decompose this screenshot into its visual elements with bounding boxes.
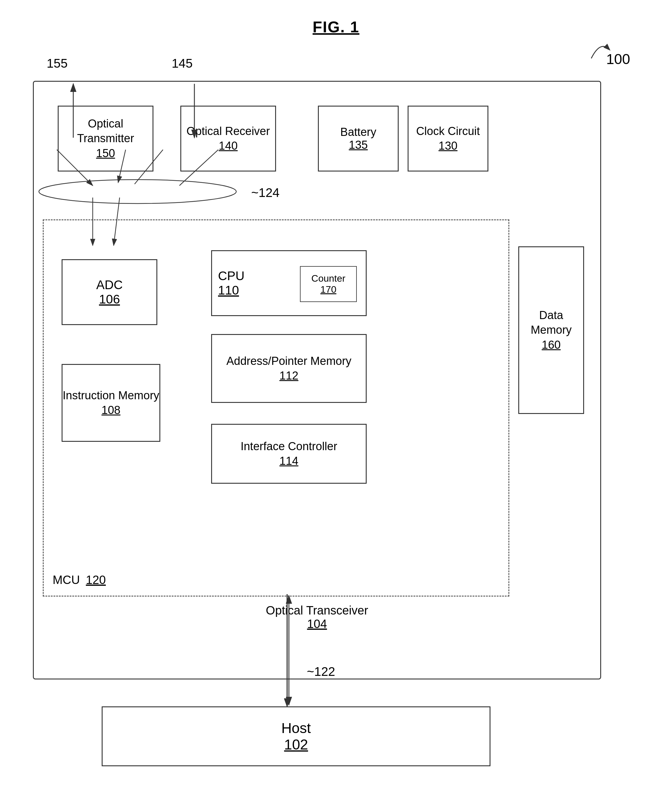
data-memory-box: Data Memory 160 [518, 246, 584, 414]
counter-label: Counter [311, 273, 346, 284]
mcu-ref: 120 [86, 573, 106, 587]
mcu-label: MCU 120 [53, 573, 106, 587]
instruction-memory-ref: 108 [101, 403, 120, 418]
instruction-memory-label: Instruction Memory [62, 388, 159, 403]
outer-system-box: Optical Transmitter 150 Optical Receiver… [33, 81, 601, 679]
ref-100-label: 100 [606, 51, 630, 67]
optical-transceiver-area: Optical Transceiver 104 [266, 604, 368, 631]
mcu-text: MCU [53, 573, 80, 587]
battery-label: Battery [340, 126, 376, 139]
address-memory-box: Address/Pointer Memory 112 [211, 334, 367, 403]
clock-circuit-box: Clock Circuit 130 [408, 105, 488, 171]
counter-box: Counter 170 [300, 266, 357, 302]
mcu-box: ADC 106 CPU 110 Counter 170 Instruction … [43, 219, 509, 597]
interface-controller-label: Interface Controller [240, 439, 337, 454]
label-124: ~124 [251, 185, 280, 200]
clock-circuit-ref: 130 [438, 139, 457, 153]
optical-transmitter-label: Optical Transmitter [59, 117, 153, 146]
figure-title: FIG. 1 [312, 18, 359, 36]
optical-receiver-ref: 140 [219, 139, 237, 153]
optical-transmitter-ref: 150 [96, 146, 115, 161]
address-memory-ref: 112 [279, 369, 298, 383]
label-122: ~122 [307, 664, 335, 679]
cpu-box: CPU 110 Counter 170 [211, 250, 367, 316]
battery-ref: 135 [349, 139, 368, 152]
optical-transmitter-box: Optical Transmitter 150 [58, 105, 153, 171]
cpu-label-text: CPU [218, 269, 245, 283]
adc-ref: 106 [99, 292, 120, 307]
page: FIG. 1 100 Optical Transmitter 150 Optic… [0, 0, 672, 789]
host-label: Host [282, 720, 311, 736]
optical-transceiver-label-text: Optical Transceiver [266, 604, 368, 617]
label-155: 155 [47, 56, 68, 71]
address-memory-label: Address/Pointer Memory [226, 354, 351, 369]
instruction-memory-box: Instruction Memory 108 [62, 364, 160, 442]
battery-box: Battery 135 [318, 105, 399, 171]
cpu-ref: 110 [218, 283, 239, 297]
label-145: 145 [172, 56, 193, 71]
host-box: Host 102 [102, 706, 490, 766]
adc-label: ADC [96, 278, 123, 292]
host-ref: 102 [284, 736, 308, 753]
counter-ref: 170 [320, 284, 336, 295]
interface-controller-ref: 114 [279, 454, 298, 468]
data-memory-label: Data Memory [519, 308, 583, 338]
optical-receiver-box: Optical Receiver 140 [180, 105, 276, 171]
optical-receiver-label: Optical Receiver [186, 124, 270, 139]
data-memory-ref: 160 [541, 338, 561, 352]
adc-box: ADC 106 [62, 259, 157, 325]
optical-transceiver-ref: 104 [266, 617, 368, 631]
clock-circuit-label: Clock Circuit [416, 124, 480, 139]
interface-controller-box: Interface Controller 114 [211, 424, 367, 484]
